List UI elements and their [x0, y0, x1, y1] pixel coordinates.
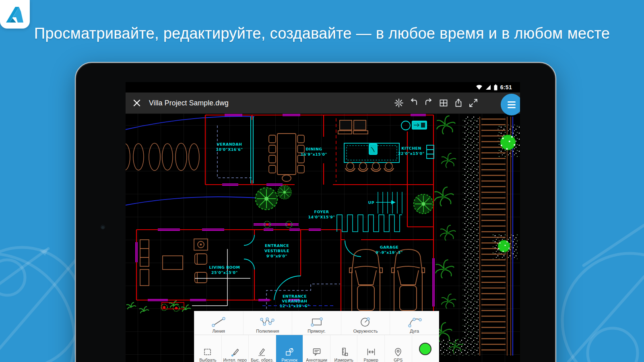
- stairs-up-label: UP: [368, 200, 374, 205]
- smart-pen-tool-icon: [230, 347, 240, 358]
- redo-icon[interactable]: [424, 98, 433, 108]
- annotations-tool-icon: [312, 347, 322, 358]
- color-swatch-cell[interactable]: [412, 335, 439, 362]
- dimension-tool-icon: [366, 347, 376, 358]
- room-label-entrance-verandah: ENTRANCEVERANDAH12'-1"x19'-6": [280, 294, 310, 308]
- app-toolbar: Villa Project Sample.dwg: [126, 93, 520, 114]
- tablet-screen: 6:51 Villa Project Sample.dwg: [126, 82, 520, 362]
- tool-smart-pen[interactable]: Интел. перо: [222, 335, 249, 362]
- circle-tool-icon: [357, 316, 374, 329]
- tool-polyline[interactable]: Полилиния: [244, 311, 293, 335]
- quick-trim-tool-icon: [257, 347, 267, 358]
- tool-dimension[interactable]: Размер: [357, 335, 385, 362]
- polyline-tool-icon: [259, 316, 277, 329]
- line-tool-icon: [210, 316, 227, 329]
- page-title: Просматривайте, редактируйте, создавайте…: [0, 25, 644, 42]
- tablet-device: 6:51 Villa Project Sample.dwg: [75, 62, 556, 362]
- arc-tool-icon: [406, 316, 423, 329]
- tool-draw[interactable]: Рисунок: [276, 335, 303, 362]
- select-tool-icon: [203, 347, 213, 358]
- tool-annotations[interactable]: Аннотации: [303, 335, 330, 362]
- tablet-camera-dot: [101, 225, 105, 229]
- tool-select[interactable]: Выбрать: [194, 335, 222, 362]
- tool-gps[interactable]: GPS: [385, 335, 412, 362]
- menu-button[interactable]: [501, 94, 520, 115]
- tool-circle[interactable]: Окружность: [341, 311, 390, 335]
- active-color-swatch[interactable]: [419, 343, 431, 355]
- gps-tool-icon: [393, 347, 403, 358]
- draw-shapes-row: Линия Полилиния Прямоуг. Окружность: [194, 311, 439, 335]
- wifi-icon: [476, 84, 483, 90]
- autodesk-logo: [6, 6, 24, 23]
- fullscreen-icon[interactable]: [469, 98, 478, 108]
- tool-modes-row: Выбрать Интел. перо Быс. обрез. Рис: [194, 335, 439, 362]
- close-icon[interactable]: [132, 98, 142, 108]
- share-icon[interactable]: [454, 98, 463, 108]
- cellular-signal-icon: [485, 84, 491, 90]
- tool-arc[interactable]: Дуга: [390, 311, 439, 335]
- menu-icon: [508, 101, 516, 108]
- promo-screenshot: Просматривайте, редактируйте, создавайте…: [0, 0, 644, 362]
- undo-icon[interactable]: [409, 98, 419, 108]
- draw-tools-panel: Линия Полилиния Прямоуг. Окружность: [194, 311, 439, 362]
- tool-quick-trim[interactable]: Быс. обрез.: [249, 335, 276, 362]
- status-bar: 6:51: [126, 82, 520, 93]
- cad-canvas[interactable]: VERANDAH10'0"X16'6" DINING16'9"x15'0" KI…: [126, 113, 520, 362]
- rectangle-tool-icon: [308, 316, 325, 329]
- toolbar-actions: [394, 98, 514, 108]
- autodesk-badge: [0, 0, 30, 29]
- document-title: Villa Project Sample.dwg: [149, 99, 229, 107]
- measure-tool-icon: [339, 347, 349, 358]
- tool-line[interactable]: Линия: [194, 311, 244, 335]
- draw-tool-icon: [285, 347, 294, 358]
- battery-icon: [494, 84, 497, 90]
- grid-icon[interactable]: [439, 98, 448, 108]
- room-label-vestibule: ENTRANCEVESTIBULE9'0"x9'0": [264, 243, 289, 258]
- snap-icon[interactable]: [394, 98, 404, 108]
- tool-rectangle[interactable]: Прямоуг.: [292, 311, 341, 335]
- clock: 6:51: [500, 84, 512, 90]
- tool-measure[interactable]: Измерить: [330, 335, 358, 362]
